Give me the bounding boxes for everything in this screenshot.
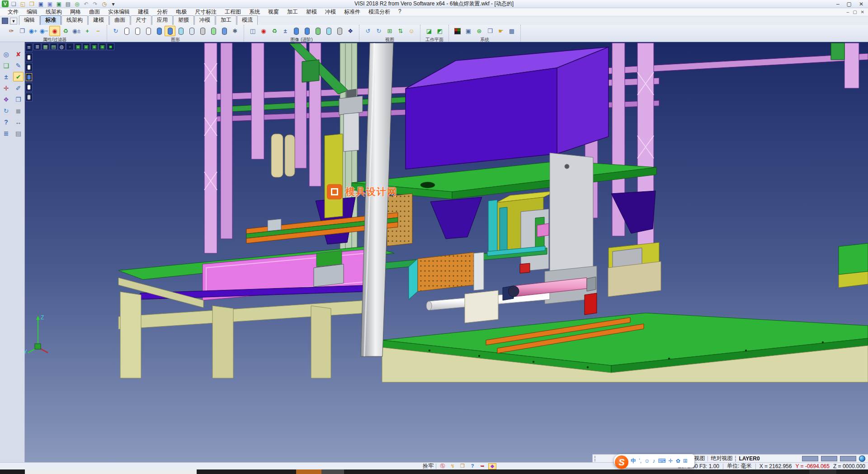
frame-select-icon[interactable]: ❑ xyxy=(1,61,11,70)
move-origin-icon[interactable]: ✛ xyxy=(1,83,11,93)
rotate-cw-icon[interactable]: ↻ xyxy=(373,26,384,36)
window-views-icon[interactable]: ❐ xyxy=(13,95,24,104)
quick-select-icon[interactable]: ↯ xyxy=(448,463,457,469)
workplane-box-icon[interactable]: ❒ xyxy=(458,463,467,469)
help-icon[interactable]: ? xyxy=(1,117,11,127)
ime-emoji-icon[interactable]: ☺ xyxy=(644,458,650,464)
rotate-ccw-icon[interactable]: ↺ xyxy=(363,26,373,36)
hanging-plates[interactable] xyxy=(271,134,295,177)
view-iso-icon-3[interactable]: ▣ xyxy=(90,43,98,50)
system-settings-icon[interactable]: ⊛ xyxy=(474,26,485,36)
style-flat-icon[interactable] xyxy=(186,26,197,36)
menu-window[interactable]: 视窗 xyxy=(264,8,283,16)
save-as-icon[interactable]: ▣ xyxy=(46,0,54,7)
ime-punct-icon[interactable]: ’, xyxy=(639,458,642,464)
color-swatch-3[interactable] xyxy=(840,456,856,461)
import-file-icon[interactable]: ❐ xyxy=(28,0,36,7)
macro-icon[interactable]: ◷ xyxy=(100,0,108,7)
menu-machining[interactable]: 加工 xyxy=(283,8,302,16)
tab-die[interactable]: 冲模 xyxy=(194,15,215,25)
menu-solid-edit[interactable]: 实体编辑 xyxy=(104,8,134,16)
layer-list-icon[interactable]: ≣ xyxy=(1,128,11,138)
color-swatch-1[interactable] xyxy=(802,456,818,461)
save-all-icon[interactable]: ▣ xyxy=(55,0,63,7)
ime-skin-icon[interactable]: ✿ xyxy=(676,458,680,464)
ime-voice-icon[interactable]: ♪ xyxy=(652,458,655,464)
view-smiley-icon[interactable]: ☺ xyxy=(406,26,417,36)
add-filter-icon[interactable]: + xyxy=(82,26,93,36)
color-table-icon[interactable] xyxy=(452,26,463,36)
strip-menu-icon[interactable]: ≣ xyxy=(25,43,33,52)
advanced-transparent-icon[interactable] xyxy=(323,26,334,36)
menu-edit[interactable]: 编辑 xyxy=(23,8,42,16)
quick-access-dropdown-icon[interactable]: ▾ xyxy=(109,0,117,7)
style-hatched-icon[interactable] xyxy=(197,26,208,36)
doc-close-button[interactable]: ✕ xyxy=(861,9,864,14)
open-file-icon[interactable]: ◱ xyxy=(19,0,27,7)
view-sphere-icon[interactable]: ◍ xyxy=(58,43,66,50)
globe-icon[interactable] xyxy=(859,455,865,462)
preview-icon[interactable]: ◎ xyxy=(73,0,81,7)
minimize-button[interactable]: – xyxy=(836,1,840,7)
tab-application[interactable]: 应用 xyxy=(152,15,173,25)
sketch-spline-icon[interactable]: ✎ xyxy=(13,61,24,70)
menu-modeling[interactable]: 建模 xyxy=(134,8,153,16)
report-icon[interactable]: ▤ xyxy=(13,128,24,138)
refresh-view-icon[interactable]: ↻ xyxy=(1,106,11,115)
advanced-cube-icon[interactable]: ◫ xyxy=(247,26,258,36)
lock-label[interactable]: 拴牢 xyxy=(423,462,434,470)
style-dynamic-icon[interactable] xyxy=(219,26,230,36)
zoom-box-icon[interactable]: ± xyxy=(1,72,11,81)
absolute-view-label[interactable]: 绝对视图 xyxy=(711,455,732,462)
advanced-solid-icon[interactable] xyxy=(291,26,302,36)
hide-entities-icon[interactable]: ◉− xyxy=(38,26,49,36)
view-iso-icon-1[interactable]: ▣ xyxy=(74,43,82,50)
tab-mold-film[interactable]: 塑膜 xyxy=(173,15,194,25)
redo-icon[interactable]: ↷ xyxy=(91,0,99,7)
maximize-button[interactable]: ▢ xyxy=(847,1,852,7)
style-wireframe-icon[interactable] xyxy=(121,26,132,36)
toolbar-grip[interactable] xyxy=(2,18,8,24)
view-iso-current-icon[interactable]: ■ xyxy=(107,43,114,50)
advanced-hatched-icon[interactable] xyxy=(334,26,345,36)
view-iso-icon-2[interactable]: ▣ xyxy=(82,43,90,50)
advanced-toggle-icon[interactable]: ± xyxy=(280,26,291,36)
selection-mode-icon[interactable]: ☛ xyxy=(495,26,506,36)
toggle-entities-icon[interactable]: ◉± xyxy=(71,26,82,36)
tab-machining[interactable]: 加工 xyxy=(216,15,236,25)
menu-system[interactable]: 系统 xyxy=(245,8,264,16)
style-regen-icon[interactable] xyxy=(208,26,219,36)
style-hidden-line-icon[interactable] xyxy=(132,26,143,36)
workplane-create-icon[interactable]: ◪ xyxy=(424,26,434,36)
ime-logo-icon[interactable]: S xyxy=(615,455,628,469)
view-iso-icon-4[interactable]: ▣ xyxy=(99,43,106,50)
menu-moldflow[interactable]: 模流分析 xyxy=(364,8,394,16)
copy-attributes-icon[interactable]: ❐ xyxy=(17,26,28,36)
view-arrows-icon[interactable]: ⇅ xyxy=(395,26,406,36)
measure-icon[interactable]: ↔ xyxy=(13,117,24,127)
strip-style-hidden-icon[interactable] xyxy=(25,63,33,71)
center-carriage[interactable] xyxy=(314,251,344,287)
show-entities-icon[interactable]: ◉+ xyxy=(28,26,38,36)
tab-wireframe[interactable]: 线架构 xyxy=(61,15,88,25)
menu-dimension[interactable]: 尺寸标注 xyxy=(191,8,221,16)
redraw-icon[interactable]: ↻ xyxy=(110,26,121,36)
raster-icon[interactable]: ▩ xyxy=(506,26,517,36)
ime-keyboard-icon[interactable]: ⌨ xyxy=(658,458,665,464)
sketch-edit-icon[interactable]: ✐ xyxy=(13,83,24,93)
workplane-edit-icon[interactable]: ◩ xyxy=(434,26,445,36)
menu-electrode[interactable]: 电极 xyxy=(172,8,191,16)
view-point-icon[interactable]: ◦ xyxy=(66,43,74,50)
advanced-refresh-icon[interactable]: ♻ xyxy=(269,26,280,36)
render-palette-icon[interactable]: ❖ xyxy=(1,95,11,104)
ime-lang-icon[interactable]: 中 xyxy=(631,458,636,464)
cube-display-icon[interactable]: ◼ xyxy=(13,106,24,115)
delete-sketch-icon[interactable]: ✘ xyxy=(13,49,24,59)
menu-die[interactable]: 冲模 xyxy=(321,8,340,16)
menu-mold[interactable]: 塑模 xyxy=(302,8,321,16)
edit-attributes-icon[interactable]: ✑ xyxy=(6,26,17,36)
active-layer-label[interactable]: LAYER0 xyxy=(739,455,760,462)
menu-wireframe[interactable]: 线架构 xyxy=(42,8,66,16)
menu-surface[interactable]: 曲面 xyxy=(85,8,104,16)
view-style-icon-2[interactable]: ▤ xyxy=(50,43,57,50)
